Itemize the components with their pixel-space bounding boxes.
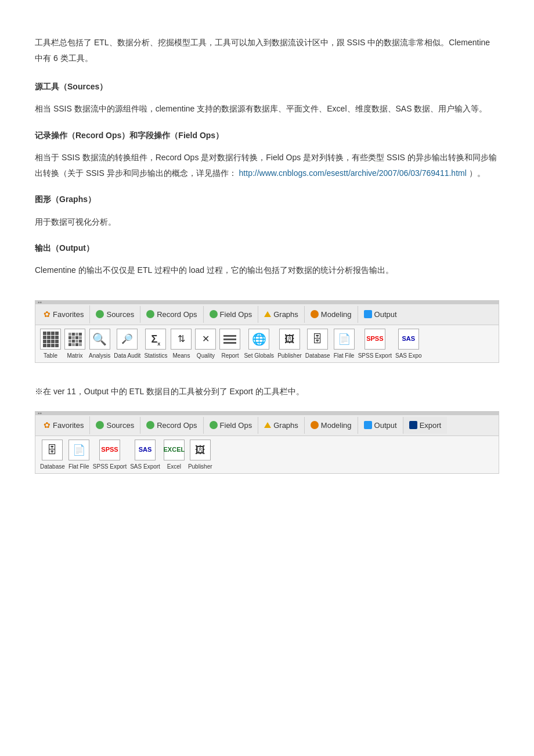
tool-matrix-icon[interactable] xyxy=(64,329,85,350)
tool-analysis[interactable]: 🔍 Analysis xyxy=(89,329,110,361)
tool-data-audit-icon[interactable]: 🔎 xyxy=(117,329,138,350)
tool-set-globals-icon[interactable]: 🌐 xyxy=(248,329,269,350)
spss-icon-2: SPSS xyxy=(101,444,118,456)
tool-set-globals-label: Set Globals xyxy=(244,351,274,361)
triangle-icon-graphs-2 xyxy=(264,422,271,428)
tool-report-icon[interactable] xyxy=(219,329,240,350)
section-record-ops-body: 相当于 SSIS 数据流的转换组件，Record Ops 是对数据行转换，Fie… xyxy=(35,150,499,181)
db-icon-2: 🗄 xyxy=(47,441,57,459)
tab-favorites-1[interactable]: ✿ Favorites xyxy=(38,305,90,323)
tool-database-label: Database xyxy=(305,351,330,361)
tool-report-label: Report xyxy=(221,351,239,361)
tool-flat-file-icon[interactable]: 📄 xyxy=(334,329,355,350)
tool2-excel-label: Excel xyxy=(167,462,181,472)
tool-publisher-label: Publisher xyxy=(277,351,302,361)
toolbar-2-icons: 🗄 Database 📄 Flat File SPSS SPSS Export … xyxy=(35,436,499,473)
tool-table[interactable]: Table xyxy=(40,329,61,361)
tool-means[interactable]: ⇅ Means xyxy=(171,329,192,361)
tool-sas-export-icon[interactable]: SAS xyxy=(398,329,419,350)
tool-quality-label: Quality xyxy=(197,351,215,361)
toolbar-2-tabs: ✿ Favorites Sources Record Ops Field Ops… xyxy=(35,415,499,436)
tool-data-audit[interactable]: 🔎 Data Audit xyxy=(114,329,140,361)
tab-field-ops-2[interactable]: Field Ops xyxy=(204,417,259,434)
tool2-sas-export-icon[interactable]: SAS xyxy=(135,440,156,460)
tool-data-audit-label: Data Audit xyxy=(114,351,140,361)
flatfile-icon: 📄 xyxy=(338,330,351,348)
tool-table-icon[interactable] xyxy=(40,329,61,350)
tool2-publisher-icon[interactable]: 🖼 xyxy=(190,440,211,460)
tool-database-icon[interactable]: 🗄 xyxy=(307,329,328,350)
publisher-icon-2: 🖼 xyxy=(195,441,205,459)
tab-sources-1[interactable]: Sources xyxy=(90,306,140,323)
flatfile-icon-2: 📄 xyxy=(73,441,85,459)
magnifier-icon: 🔍 xyxy=(92,329,107,350)
circle-icon-field-ops-2 xyxy=(210,421,218,429)
circle-icon-modeling-1 xyxy=(311,310,319,318)
tool-quality-icon[interactable]: ✕ xyxy=(195,329,216,350)
tool-analysis-icon[interactable]: 🔍 xyxy=(89,329,110,350)
tool2-publisher[interactable]: 🖼 Publisher xyxy=(188,440,212,472)
means-icon: ⇅ xyxy=(178,331,185,348)
tab-record-ops-1[interactable]: Record Ops xyxy=(140,306,203,323)
tool2-flat-file[interactable]: 📄 Flat File xyxy=(68,440,89,472)
lines-icon xyxy=(223,335,236,344)
section-output-title: 输出（Output） xyxy=(35,241,499,255)
section-graphs-body: 用于数据可视化分析。 xyxy=(35,214,499,230)
tool-matrix[interactable]: Matrix xyxy=(64,329,85,361)
excel-icon: EXCEL xyxy=(164,444,185,456)
tool2-sas-export[interactable]: SAS SAS Export xyxy=(130,440,160,472)
tab-sources-2[interactable]: Sources xyxy=(90,417,140,434)
tool2-excel[interactable]: EXCEL Excel xyxy=(164,440,185,472)
reference-link[interactable]: http://www.cnblogs.com/esestt/archive/20… xyxy=(239,168,467,178)
tool-quality[interactable]: ✕ Quality xyxy=(195,329,216,361)
tool-publisher[interactable]: 🖼 Publisher xyxy=(277,329,302,361)
tab-modeling-2[interactable]: Modeling xyxy=(305,417,358,434)
tab-modeling-1[interactable]: Modeling xyxy=(305,306,358,323)
square-icon-export-2 xyxy=(409,421,417,429)
tab-export-2[interactable]: Export xyxy=(403,417,448,434)
toolbar-1-tabs: ✿ Favorites Sources Record Ops Field Ops… xyxy=(35,304,499,325)
tool-database[interactable]: 🗄 Database xyxy=(305,329,330,361)
tab-field-ops-1[interactable]: Field Ops xyxy=(204,306,259,323)
tool-report[interactable]: Report xyxy=(219,329,240,361)
tool-publisher-icon[interactable]: 🖼 xyxy=(279,329,300,350)
tool2-spss-export-label: SPSS Export xyxy=(93,462,127,472)
tool-statistics-icon[interactable]: Σx xyxy=(145,329,166,350)
tool-spss-export[interactable]: SPSS SPSS Export xyxy=(358,329,392,361)
circle-icon-sources-2 xyxy=(96,421,104,429)
tab-favorites-2[interactable]: ✿ Favorites xyxy=(38,416,90,434)
tool-set-globals[interactable]: 🌐 Set Globals xyxy=(244,329,274,361)
tool-statistics[interactable]: Σx Statistics xyxy=(144,329,167,361)
tool-spss-export-icon[interactable]: SPSS xyxy=(365,329,385,350)
toolbar-2: ▪▪ ✿ Favorites Sources Record Ops Field … xyxy=(35,411,499,474)
tool-flat-file[interactable]: 📄 Flat File xyxy=(334,329,355,361)
tool-statistics-label: Statistics xyxy=(144,351,167,361)
tool-means-icon[interactable]: ⇅ xyxy=(171,329,192,350)
tab-output-1[interactable]: Output xyxy=(358,306,403,323)
tool2-flat-file-icon[interactable]: 📄 xyxy=(68,440,89,460)
circle-icon-sources-1 xyxy=(96,310,104,318)
tool2-spss-export[interactable]: SPSS SPSS Export xyxy=(93,440,127,472)
tool2-database-icon[interactable]: 🗄 xyxy=(42,440,63,460)
circle-icon-modeling-2 xyxy=(311,421,319,429)
toolbar-1: ▪▪ ✿ Favorites Sources Record Ops Field … xyxy=(35,300,499,363)
globe-icon: 🌐 xyxy=(252,329,266,350)
tool2-flat-file-label: Flat File xyxy=(68,462,89,472)
tab-graphs-1[interactable]: Graphs xyxy=(258,306,305,323)
section-sources: 源工具（Sources） 相当 SSIS 数据流中的源组件啦，clementin… xyxy=(35,80,499,117)
tool-means-label: Means xyxy=(172,351,190,361)
tool-table-label: Table xyxy=(44,351,57,361)
quality-icon: ✕ xyxy=(202,331,210,348)
tool2-spss-export-icon[interactable]: SPSS xyxy=(99,440,120,460)
spss-icon: SPSS xyxy=(366,333,383,345)
tab-record-ops-2[interactable]: Record Ops xyxy=(140,417,203,434)
db-icon: 🗄 xyxy=(312,330,323,348)
tool2-database[interactable]: 🗄 Database xyxy=(40,440,65,472)
tab-output-2[interactable]: Output xyxy=(358,417,403,434)
tool-sas-export[interactable]: SAS SAS Expo xyxy=(395,329,422,361)
tool2-publisher-label: Publisher xyxy=(188,462,212,472)
tool-spss-export-label: SPSS Export xyxy=(358,351,392,361)
tool2-excel-icon[interactable]: EXCEL xyxy=(164,440,185,460)
tab-graphs-2[interactable]: Graphs xyxy=(258,417,305,434)
tool-matrix-label: Matrix xyxy=(67,351,82,361)
